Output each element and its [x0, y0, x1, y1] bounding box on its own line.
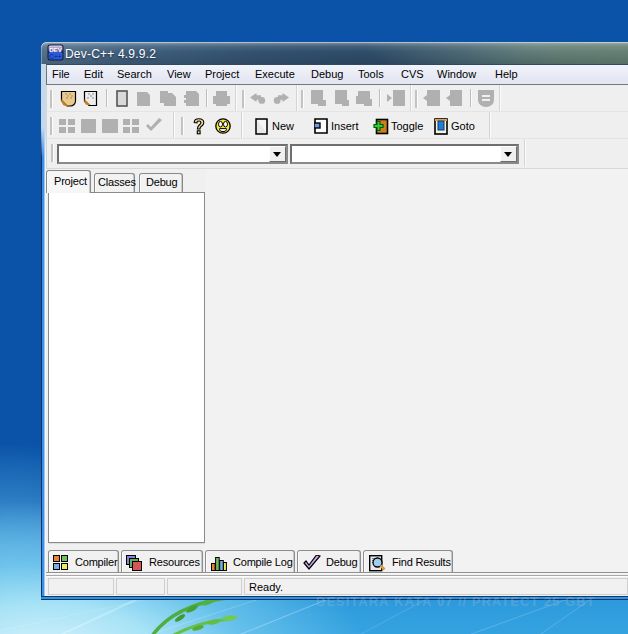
svg-text:C++: C++	[49, 53, 61, 60]
